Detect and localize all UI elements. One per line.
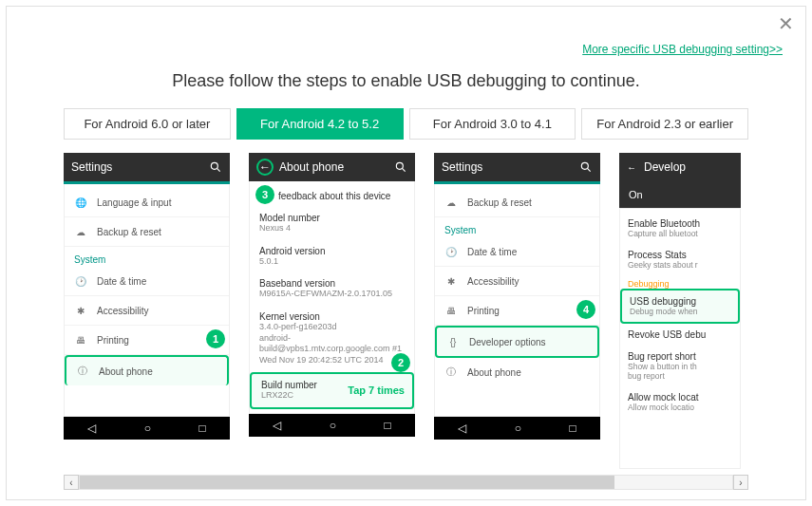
spec-key: USB debugging bbox=[630, 296, 730, 307]
recents-icon: □ bbox=[385, 419, 391, 432]
version-tabs: For Android 6.0 or later For Android 4.2… bbox=[64, 108, 748, 140]
back-arrow-icon: ← bbox=[627, 162, 636, 173]
tap-hint: Tap 7 times bbox=[348, 384, 405, 396]
info-icon: ⓘ bbox=[444, 365, 458, 379]
row-label: Accessibility bbox=[97, 306, 148, 316]
row-label: About phone bbox=[99, 366, 153, 377]
appbar: Settings bbox=[64, 153, 230, 181]
tab-android-23[interactable]: For Android 2.3 or earlier bbox=[581, 108, 748, 140]
about-phone-highlight: ⓘAbout phone bbox=[65, 355, 229, 385]
screenshots-scroll[interactable]: Settings 🌐Language & input ☁Backup & res… bbox=[64, 153, 748, 469]
cloud-icon: ☁ bbox=[444, 196, 458, 209]
spec-key: Process Stats bbox=[628, 250, 732, 260]
svg-line-1 bbox=[217, 168, 219, 171]
back-button-highlight: ← bbox=[256, 159, 274, 176]
about-list: 3 feedback about this device Model numbe… bbox=[249, 181, 415, 414]
accessibility-icon: ✱ bbox=[444, 274, 458, 288]
spec-key: Android version bbox=[259, 246, 405, 256]
build-number-highlight: Build numberLRX22C Tap 7 times bbox=[250, 372, 414, 409]
svg-point-4 bbox=[581, 162, 588, 169]
page-title: Please follow the steps to enable USB de… bbox=[7, 71, 805, 91]
screenshot-step-3: Settings ☁Backup & reset System 🕑Date & … bbox=[434, 153, 600, 469]
section-header: System bbox=[435, 217, 599, 237]
info-icon: ⓘ bbox=[76, 365, 89, 378]
spec-val: Geeky stats about r bbox=[628, 260, 732, 270]
tab-android-3[interactable]: For Android 3.0 to 4.1 bbox=[409, 108, 576, 140]
screenshot-step-1: Settings 🌐Language & input ☁Backup & res… bbox=[64, 153, 230, 469]
list-item: ☁Backup & reset bbox=[435, 188, 599, 217]
svg-point-0 bbox=[211, 162, 217, 169]
spec-key: Model number bbox=[259, 213, 405, 223]
braces-icon: {} bbox=[446, 335, 460, 348]
step-badge-4: 4 bbox=[576, 300, 595, 319]
back-icon: ◁ bbox=[458, 422, 466, 435]
scroll-track[interactable] bbox=[79, 475, 733, 490]
printer-icon: 🖶 bbox=[74, 333, 87, 347]
search-icon bbox=[209, 160, 222, 174]
settings-list: 🌐Language & input ☁Backup & reset System… bbox=[64, 184, 230, 417]
back-icon: ◁ bbox=[273, 419, 281, 432]
clock-icon: 🕑 bbox=[444, 245, 458, 258]
home-icon: ○ bbox=[144, 422, 151, 435]
tab-android-6[interactable]: For Android 6.0 or later bbox=[64, 108, 231, 140]
back-icon: ◁ bbox=[87, 422, 96, 435]
scroll-left-button[interactable]: ‹ bbox=[64, 475, 79, 490]
step-badge-2: 2 bbox=[391, 353, 410, 372]
developer-options-highlight: {}Developer options bbox=[435, 326, 599, 358]
scroll-thumb[interactable] bbox=[80, 476, 614, 489]
screenshot-step-2: ←About phone 3 feedback about this devic… bbox=[249, 153, 415, 469]
row-label: Backup & reset bbox=[97, 227, 161, 237]
recents-icon: □ bbox=[570, 422, 576, 435]
modal-container: ✕ More specific USB debugging setting>> … bbox=[6, 6, 806, 500]
appbar: ←Develop bbox=[619, 153, 741, 181]
developer-list: Enable BluetoothCapture all bluetoot Pro… bbox=[619, 208, 741, 469]
list-item: 🖶Printing 4 bbox=[435, 296, 599, 326]
appbar-title: Settings bbox=[71, 160, 112, 174]
clock-icon: 🕑 bbox=[74, 274, 87, 288]
home-icon: ○ bbox=[330, 419, 336, 432]
spec-val: 3.4.0-perf-g16e203d android-build@vpbs1.… bbox=[259, 322, 405, 366]
spec-val: 5.0.1 bbox=[259, 256, 405, 268]
spec-val: LRX22C bbox=[261, 390, 317, 402]
spec-key: Enable Bluetooth bbox=[628, 218, 732, 229]
row-label: Language & input bbox=[97, 197, 171, 208]
svg-line-5 bbox=[587, 168, 590, 171]
section-header: Debugging bbox=[620, 275, 740, 289]
appbar-title: Develop bbox=[644, 160, 686, 174]
home-icon: ○ bbox=[515, 422, 521, 435]
step-badge-3: 3 bbox=[255, 185, 274, 204]
more-settings-link[interactable]: More specific USB debugging setting>> bbox=[582, 43, 783, 56]
spec-val: Debug mode when bbox=[630, 307, 730, 316]
recents-icon: □ bbox=[199, 422, 206, 435]
row-label: Printing bbox=[97, 335, 129, 346]
screenshot-step-4: ←Develop On Enable BluetoothCapture all … bbox=[619, 153, 741, 469]
cloud-icon: ☁ bbox=[74, 225, 87, 238]
search-icon bbox=[579, 160, 593, 174]
android-navbar: ◁○□ bbox=[249, 414, 415, 437]
list-item: 🕑Date & time bbox=[65, 267, 229, 296]
row-label: Date & time bbox=[97, 276, 146, 287]
settings-list: ☁Backup & reset System 🕑Date & time ✱Acc… bbox=[434, 184, 600, 417]
close-icon[interactable]: ✕ bbox=[778, 12, 794, 35]
list-item: ⓘAbout phone bbox=[435, 358, 599, 386]
svg-line-3 bbox=[402, 168, 405, 171]
scroll-right-button[interactable]: › bbox=[733, 475, 748, 490]
spec-val: M9615A-CEFWMAZM-2.0.1701.05 bbox=[259, 289, 405, 300]
spec-val: Show a button in th bug report bbox=[628, 362, 732, 381]
spec-key: Revoke USB debu bbox=[628, 329, 732, 340]
horizontal-scrollbar[interactable]: ‹ › bbox=[64, 475, 748, 490]
list-item: 🖶Printing 1 bbox=[65, 326, 229, 355]
appbar: ←About phone bbox=[249, 153, 415, 181]
row-label: feedback about this device bbox=[278, 191, 390, 201]
list-item: ☁Backup & reset bbox=[65, 217, 229, 247]
row-label: Accessibility bbox=[467, 276, 519, 287]
row-label: Date & time bbox=[467, 247, 517, 257]
globe-icon: 🌐 bbox=[74, 196, 87, 209]
spec-val: Capture all bluetoot bbox=[628, 229, 732, 238]
spec-val: Allow mock locatio bbox=[628, 403, 732, 412]
list-item: 🕑Date & time bbox=[435, 237, 599, 267]
list-item: 🌐Language & input bbox=[65, 188, 229, 217]
appbar-title: Settings bbox=[442, 160, 482, 174]
spec-val: Nexus 4 bbox=[259, 223, 405, 234]
tab-android-42[interactable]: For Android 4.2 to 5.2 bbox=[236, 108, 404, 140]
